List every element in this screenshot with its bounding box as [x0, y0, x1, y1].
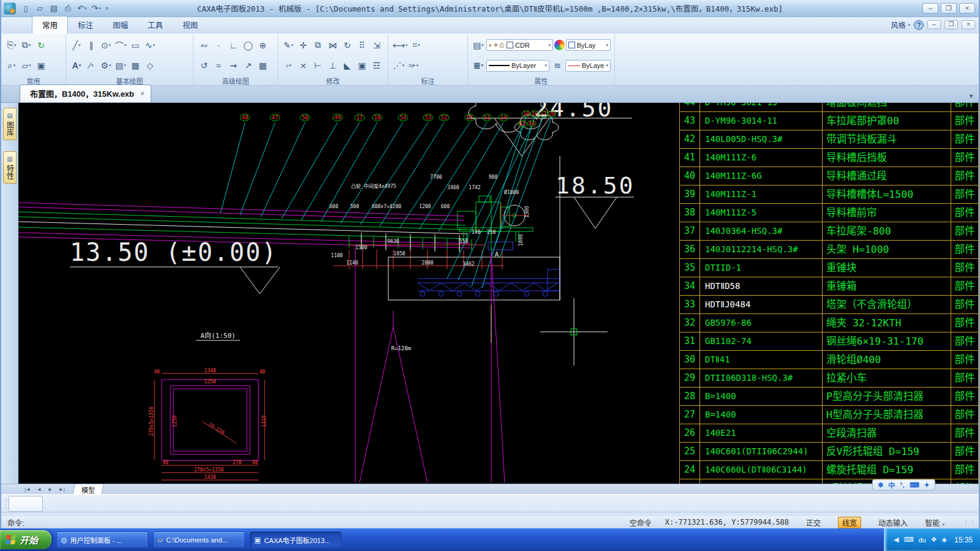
- trim-tool[interactable]: ⨯: [296, 59, 310, 72]
- network-icon[interactable]: ◈: [942, 536, 947, 544]
- ime-keyboard-icon[interactable]: ⌨: [910, 481, 919, 489]
- app-logo-icon[interactable]: [4, 2, 16, 15]
- paste-button[interactable]: ⎘▾: [5, 39, 18, 52]
- prev-sheet-icon[interactable]: ◄: [34, 487, 44, 492]
- last-sheet-icon[interactable]: ►|: [56, 487, 67, 492]
- table-tool[interactable]: ▦: [256, 59, 270, 72]
- curve-tool[interactable]: ∾: [197, 39, 211, 52]
- rotate-tool[interactable]: ↻: [341, 39, 354, 52]
- point-tool[interactable]: ∙: [212, 39, 225, 52]
- label-tool[interactable]: ⌗▾: [410, 39, 423, 52]
- color-wheel-icon[interactable]: [554, 40, 565, 50]
- tab-common[interactable]: 常用: [32, 16, 68, 34]
- next-sheet-icon[interactable]: ►: [45, 487, 55, 492]
- symbol-tool[interactable]: ▤▾: [114, 59, 127, 72]
- erase-tool[interactable]: ✎▾: [282, 39, 295, 52]
- sidebar-tab-library[interactable]: ▤ 图库: [3, 108, 17, 140]
- tab-view[interactable]: 视图: [173, 17, 208, 34]
- rectangle-tool[interactable]: ▭: [129, 39, 142, 52]
- open-file-icon[interactable]: ▱: [34, 2, 46, 15]
- layer-tool[interactable]: ▤▾: [472, 39, 485, 52]
- block-tool[interactable]: ⚙▾: [99, 59, 113, 72]
- parallel-tool[interactable]: ∥: [85, 39, 98, 52]
- print-icon[interactable]: ⎙: [62, 2, 74, 15]
- doc-close-button[interactable]: ×: [962, 20, 975, 29]
- linewidth-toggle[interactable]: 线宽: [838, 517, 861, 528]
- tab-close-icon[interactable]: ×: [140, 89, 145, 98]
- document-tab[interactable]: 布置图，B1400，315Kw.exb ×: [20, 84, 151, 102]
- minimize-button[interactable]: –: [922, 3, 938, 13]
- display-button[interactable]: ▣: [34, 59, 48, 72]
- circle-tool[interactable]: ⊙▾: [99, 39, 113, 52]
- command-prompt[interactable]: 命令:: [7, 517, 24, 528]
- dim-edit-tool[interactable]: ✑▾: [407, 59, 420, 72]
- ime-lang-indicator[interactable]: 中: [888, 480, 895, 490]
- taskbar-item-explorer[interactable]: ▱ C:\Documents and...: [153, 531, 245, 548]
- polygon-tool[interactable]: ⊕: [256, 39, 270, 52]
- zoom-button[interactable]: ⌕▾: [5, 59, 18, 72]
- undo-icon[interactable]: ↶▾: [76, 2, 88, 15]
- ortho-toggle[interactable]: 正交: [802, 517, 824, 528]
- taskbar-item-caxa[interactable]: ▣ CAXA电子图板2013...: [250, 531, 342, 548]
- stretch-tool[interactable]: ▫▾: [282, 59, 295, 72]
- command-history-cell[interactable]: [9, 496, 43, 512]
- revolve-tool[interactable]: ↺: [197, 59, 211, 72]
- contour-tool[interactable]: ◇: [143, 59, 157, 72]
- redo-icon[interactable]: ↷▾: [90, 2, 102, 15]
- hatch-tool[interactable]: ▦: [129, 59, 142, 72]
- explode-tool[interactable]: ☲: [370, 59, 383, 72]
- volume-icon[interactable]: ❖: [931, 536, 937, 544]
- doc-minimize-button[interactable]: –: [927, 20, 941, 29]
- save-icon[interactable]: ▤: [48, 2, 60, 15]
- color-combo[interactable]: ByLay▾: [566, 39, 611, 51]
- mirror-tool[interactable]: ⋈: [326, 39, 339, 52]
- axis-tool[interactable]: ∟: [227, 39, 240, 52]
- arrow-tool[interactable]: ↗: [241, 59, 255, 72]
- pan-button[interactable]: ▱▾: [20, 59, 33, 72]
- formula-tool[interactable]: ⇝: [227, 59, 240, 72]
- keyboard-layout-icon[interactable]: ⌨: [903, 536, 913, 544]
- command-panel[interactable]: ⋮⋮: [1, 494, 979, 516]
- extend-tool[interactable]: ⊢: [311, 59, 325, 72]
- dynamic-input-toggle[interactable]: 动态输入: [875, 517, 911, 528]
- snap-mode-dropdown[interactable]: 智能 ▾: [925, 517, 944, 528]
- linestyle-tool[interactable]: ≋: [551, 59, 564, 72]
- new-file-icon[interactable]: ▯: [20, 2, 32, 15]
- linecolor-combo[interactable]: ByLaye▾: [565, 60, 611, 72]
- ime-punct-icon[interactable]: °,: [900, 481, 904, 489]
- restore-button[interactable]: ❐: [941, 3, 957, 13]
- ellipse-tool[interactable]: ◯: [241, 39, 255, 52]
- scale-tool[interactable]: ⇲: [370, 39, 383, 52]
- close-button[interactable]: ×: [959, 3, 975, 13]
- line-tool[interactable]: ╱▾: [70, 39, 83, 52]
- doc-restore-button[interactable]: ❐: [944, 20, 958, 29]
- linewidth-tool[interactable]: ≣▾: [472, 59, 485, 72]
- move-tool[interactable]: ✛: [296, 39, 310, 52]
- spline-tool[interactable]: ∿▾: [143, 39, 157, 52]
- ime-settings-icon[interactable]: ✦: [924, 481, 930, 489]
- model-tab[interactable]: 模型: [72, 484, 104, 495]
- text-tool[interactable]: A▾: [70, 59, 83, 72]
- linetype-combo[interactable]: ByLayer▾: [486, 60, 549, 72]
- tray-collapse-icon[interactable]: ◀: [894, 536, 899, 544]
- wave-tool[interactable]: ≈: [212, 59, 225, 72]
- start-button[interactable]: 开始: [0, 530, 51, 549]
- first-sheet-icon[interactable]: |◄: [22, 487, 33, 492]
- ime-toolbar[interactable]: ✱ 中 °, ⌨ ✦: [872, 479, 935, 490]
- tab-list-dropdown-icon[interactable]: ▼: [968, 93, 974, 99]
- panel-drag-handle[interactable]: ⋮⋮: [3, 497, 8, 509]
- chamfer-tool[interactable]: ◣: [341, 59, 354, 72]
- ime-tray-label[interactable]: du: [918, 536, 925, 544]
- copy-obj-tool[interactable]: ⧉: [311, 39, 325, 52]
- qat-customize-icon[interactable]: ▾: [105, 5, 108, 12]
- break-tool[interactable]: ⊥: [326, 59, 339, 72]
- coord-dim-tool[interactable]: ⋰▾: [392, 59, 405, 72]
- taskbar-item-control-panel[interactable]: ◍ 用户控制面板 - ...: [56, 531, 148, 548]
- centerline-tool[interactable]: ∕▾: [85, 59, 98, 72]
- refresh-button[interactable]: ↻: [34, 39, 48, 52]
- help-icon[interactable]: ?: [914, 20, 924, 30]
- sidebar-tab-properties[interactable]: ▥ 特性: [3, 151, 17, 184]
- dimension-tool[interactable]: ⟷▾: [392, 39, 409, 52]
- copy-button[interactable]: ⧉▾: [20, 39, 33, 52]
- arc-tool[interactable]: ⌒▾: [114, 39, 127, 52]
